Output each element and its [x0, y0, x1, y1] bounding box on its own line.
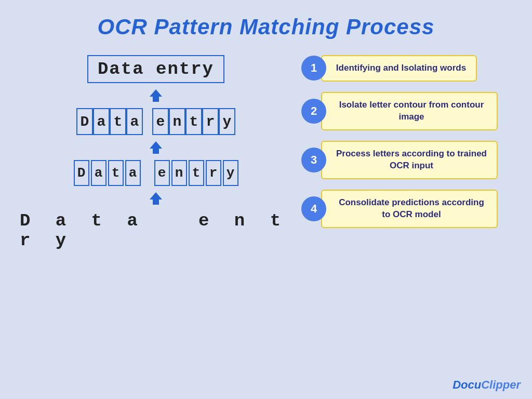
char-t2: t — [185, 108, 202, 135]
char-t2-3: t — [189, 160, 204, 186]
step-4-circle: 4 — [301, 196, 326, 221]
level4-row: D a t a e n t r y — [16, 211, 296, 250]
char-e-3: e — [154, 160, 170, 186]
step-4: 4 Consolidate predictions according to O… — [296, 190, 498, 228]
char-a2-3: a — [125, 160, 141, 186]
level1-text: Data entry — [87, 55, 224, 83]
level1-row: Data entry — [87, 55, 224, 83]
char-n-3: n — [171, 160, 187, 186]
level4-text: D a t a e n t r y — [16, 211, 296, 250]
char-a2: a — [126, 108, 143, 135]
step-4-box: Consolidate predictions according to OCR… — [321, 190, 498, 228]
step-3-circle: 3 — [301, 148, 326, 172]
char-t1-3: t — [108, 160, 124, 186]
step-2: 2 Isolate letter contour from contour im… — [296, 92, 498, 130]
step-2-label: Isolate letter contour from contour imag… — [339, 100, 484, 122]
step-2-box: Isolate letter contour from contour imag… — [321, 92, 498, 130]
svg-marker-0 — [150, 89, 162, 102]
arrow-3 — [147, 189, 165, 208]
char-r-3: r — [206, 160, 221, 186]
svg-marker-1 — [150, 141, 162, 154]
char-D: D — [76, 108, 93, 135]
char-y: y — [219, 108, 235, 135]
arrow-1 — [147, 86, 165, 105]
left-panel: Data entry D a t a e n t — [16, 50, 296, 394]
page-container: OCR Pattern Matching Process Data entry … — [0, 0, 532, 399]
brand-docu: Docu — [453, 378, 481, 391]
char-D-3: D — [74, 160, 89, 186]
right-panel: 1 Identifying and Isolating words 2 Isol… — [296, 50, 516, 394]
arrow-2 — [147, 138, 165, 157]
char-a1: a — [93, 108, 110, 135]
char-n: n — [169, 108, 185, 135]
svg-marker-2 — [150, 192, 162, 205]
char-y-3: y — [223, 160, 238, 186]
step-2-circle: 2 — [301, 99, 326, 124]
level2-text: D a t a e n t r y — [76, 108, 235, 135]
char-t1: t — [110, 108, 126, 135]
char-r: r — [202, 108, 219, 135]
step-1: 1 Identifying and Isolating words — [296, 55, 477, 82]
brand: DocuClipper — [453, 378, 521, 392]
page-title: OCR Pattern Matching Process — [98, 15, 435, 39]
level3-row: D a t a e n t r y — [74, 160, 238, 186]
step-4-label: Consolidate predictions according to OCR… — [339, 197, 484, 219]
step-3-label: Process letters according to trained OCR… — [336, 149, 487, 170]
char-space — [143, 108, 152, 135]
char-e: e — [152, 108, 169, 135]
level3-text: D a t a e n t r y — [74, 160, 238, 186]
step-3-box: Process letters according to trained OCR… — [321, 141, 498, 179]
main-content: Data entry D a t a e n t — [0, 50, 532, 399]
char-space-3 — [142, 160, 153, 186]
step-1-label: Identifying and Isolating words — [336, 63, 466, 73]
step-1-box: Identifying and Isolating words — [321, 55, 477, 82]
level2-row: D a t a e n t r y — [76, 108, 235, 135]
brand-clipper: Clipper — [481, 378, 521, 391]
char-a1-3: a — [91, 160, 107, 186]
step-3: 3 Process letters according to trained O… — [296, 141, 498, 179]
